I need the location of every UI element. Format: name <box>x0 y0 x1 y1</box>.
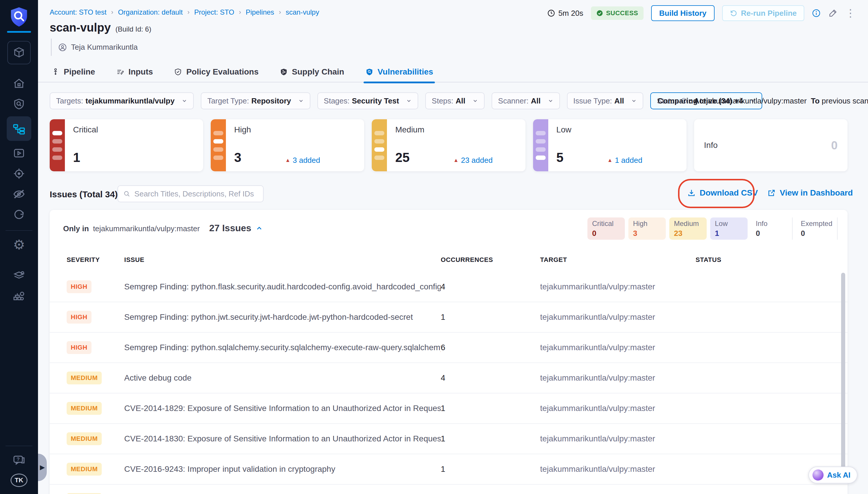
pipelines-graph-icon <box>12 122 26 135</box>
search-icon <box>123 190 130 197</box>
download-icon <box>688 189 696 197</box>
tab-policy-evaluations[interactable]: Policy Evaluations <box>174 62 258 82</box>
user-avatar[interactable]: TK <box>11 474 27 487</box>
sidebar-divider <box>5 230 33 231</box>
low-gauge-icon <box>533 119 548 171</box>
severity-card-high[interactable]: High 3 ▲3 added <box>211 119 364 171</box>
breadcrumb-project[interactable]: Project: STO <box>194 8 234 16</box>
issue-row[interactable]: MEDIUM CVE-2016-9243: Improper input val… <box>50 454 848 484</box>
issues-table-body: HIGH Semgrep Finding: python.flask.secur… <box>50 272 848 494</box>
sidebar-item-executions[interactable] <box>7 144 31 163</box>
target-icon <box>13 167 25 180</box>
breadcrumb-current[interactable]: scan-vulpy <box>286 8 319 16</box>
build-history-button[interactable]: Build History <box>651 5 715 21</box>
tab-supply-chain[interactable]: Supply Chain <box>280 62 344 82</box>
sidebar-item-security-review[interactable] <box>7 185 31 204</box>
table-scrollbar[interactable] <box>841 273 845 474</box>
pipeline-tab-icon <box>52 68 60 76</box>
sidebar-item-getting-started[interactable] <box>7 205 31 224</box>
new-issues-indicator: ▲3 added <box>285 156 320 165</box>
search-input[interactable] <box>134 189 258 198</box>
filter-steps[interactable]: Steps:All <box>425 92 485 109</box>
module-selector[interactable] <box>7 41 31 64</box>
tab-vulnerabilities[interactable]: Vulnerabilities <box>365 62 433 82</box>
issues-group-header[interactable]: Only in tejakummarikuntla/vulpy:master 2… <box>63 223 263 233</box>
sidebar-item-help[interactable]: ? <box>7 451 31 470</box>
medium-gauge-icon <box>372 119 387 171</box>
expand-arrow-icon: ▶ <box>40 463 45 471</box>
external-link-icon <box>768 189 776 197</box>
breadcrumb-account[interactable]: Account: STO test <box>50 8 107 16</box>
edit-pencil-icon[interactable] <box>828 8 837 18</box>
breadcrumb-pipelines[interactable]: Pipelines <box>246 8 274 16</box>
issue-row[interactable]: MEDIUM Active debug code 4 tejakummariku… <box>50 363 848 394</box>
issue-row[interactable]: MEDIUM CVE-2017-11424: PyJWT... 1 tejaku… <box>50 484 848 494</box>
chip-high: High3 <box>628 217 666 240</box>
filter-issue-type[interactable]: Issue Type:All <box>567 92 643 109</box>
download-csv-button[interactable]: Download CSV <box>688 188 758 197</box>
severity-badge: MEDIUM <box>66 402 102 415</box>
issues-table-header: SEVERITY ISSUE OCCURRENCES TARGET STATUS <box>66 256 831 264</box>
comparing-label: Comparing tejakummarikuntla/vulpy:master… <box>658 96 868 106</box>
sidebar-item-home[interactable] <box>7 74 31 93</box>
sidebar-item-default-settings[interactable] <box>7 266 31 285</box>
chevron-down-icon <box>181 98 187 104</box>
sidebar-item-overview[interactable] <box>7 95 31 113</box>
chip-exempted: Exempted0 <box>796 217 833 240</box>
help-chat-icon: ? <box>12 453 26 467</box>
module-cube-icon <box>13 46 25 59</box>
issue-row[interactable]: HIGH Semgrep Finding: python.flask.secur… <box>50 272 848 302</box>
triangle-up-icon: ▲ <box>607 157 613 164</box>
clock-icon <box>547 9 555 17</box>
home-icon <box>13 77 25 90</box>
issue-row[interactable]: MEDIUM CVE-2014-1829: Exposure of Sensit… <box>50 394 848 424</box>
filter-targets[interactable]: Targets:tejakummarikuntla/vulpy <box>50 92 194 109</box>
eye-off-icon <box>12 187 26 201</box>
supply-chain-shield-icon <box>280 68 288 76</box>
severity-card-info[interactable]: Info 0 <box>694 119 848 171</box>
inputs-tab-icon <box>116 68 124 76</box>
filter-scanner[interactable]: Scanner:All <box>491 92 560 109</box>
issue-row[interactable]: HIGH Semgrep Finding: python.jwt.securit… <box>50 302 848 332</box>
view-in-dashboard-button[interactable]: View in Dashboard <box>768 188 853 197</box>
layers-gear-icon <box>12 269 26 282</box>
sidebar-divider <box>5 446 33 446</box>
tab-inputs[interactable]: Inputs <box>116 62 153 82</box>
vulnerabilities-shield-icon <box>365 68 373 76</box>
chip-info: Info0 <box>751 217 789 240</box>
chevron-up-icon[interactable] <box>255 225 263 232</box>
sidebar-item-test-targets[interactable] <box>7 164 31 183</box>
more-options-icon[interactable]: ⋮ <box>845 9 856 18</box>
rerun-pipeline-button[interactable]: Re-run Pipeline <box>722 5 804 21</box>
sidebar-item-org-resources[interactable] <box>7 287 31 305</box>
issues-search[interactable] <box>117 185 264 202</box>
info-icon[interactable] <box>812 9 821 18</box>
breadcrumb-org[interactable]: Organization: default <box>118 8 183 16</box>
main-content: Account: STO test› Organization: default… <box>38 0 868 494</box>
breadcrumb: Account: STO test› Organization: default… <box>50 8 319 16</box>
network-gear-icon <box>12 289 26 303</box>
harness-sto-logo-icon <box>9 6 28 27</box>
ask-ai-button[interactable]: Ask AI <box>808 467 857 483</box>
sidebar-item-pipelines-active[interactable] <box>7 116 31 141</box>
chip-critical: Critical0 <box>587 217 625 240</box>
status-badge: SUCCESS <box>591 6 643 20</box>
issues-panel: Only in tejakummarikuntla/vulpy:master 2… <box>50 210 848 494</box>
filter-stages[interactable]: Stages:Security Test <box>317 92 419 109</box>
chevron-down-icon <box>298 98 304 104</box>
severity-summary-cards: Critical 1 High 3 ▲3 added Medium 25 ▲23… <box>50 119 848 171</box>
severity-badge: MEDIUM <box>66 372 102 384</box>
issue-row[interactable]: HIGH Semgrep Finding: python.sqlalchemy.… <box>50 332 848 363</box>
severity-card-critical[interactable]: Critical 1 <box>50 119 203 171</box>
severity-badge: HIGH <box>66 280 92 293</box>
issues-total-heading: Issues (Total 34) <box>50 189 118 200</box>
rerun-icon <box>730 10 737 17</box>
triangle-up-icon: ▲ <box>453 157 459 164</box>
issue-row[interactable]: MEDIUM CVE-2014-1830: Exposure of Sensit… <box>50 424 848 454</box>
build-tabs: Pipeline Inputs Policy Evaluations Suppl… <box>38 62 868 82</box>
severity-card-low[interactable]: Low 5 ▲1 added <box>533 119 687 171</box>
sidebar-item-project-settings[interactable]: ⚙ <box>7 235 31 254</box>
tab-pipeline[interactable]: Pipeline <box>52 62 95 82</box>
severity-card-medium[interactable]: Medium 25 ▲23 added <box>372 119 525 171</box>
filter-target-type[interactable]: Target Type:Repository <box>201 92 310 109</box>
